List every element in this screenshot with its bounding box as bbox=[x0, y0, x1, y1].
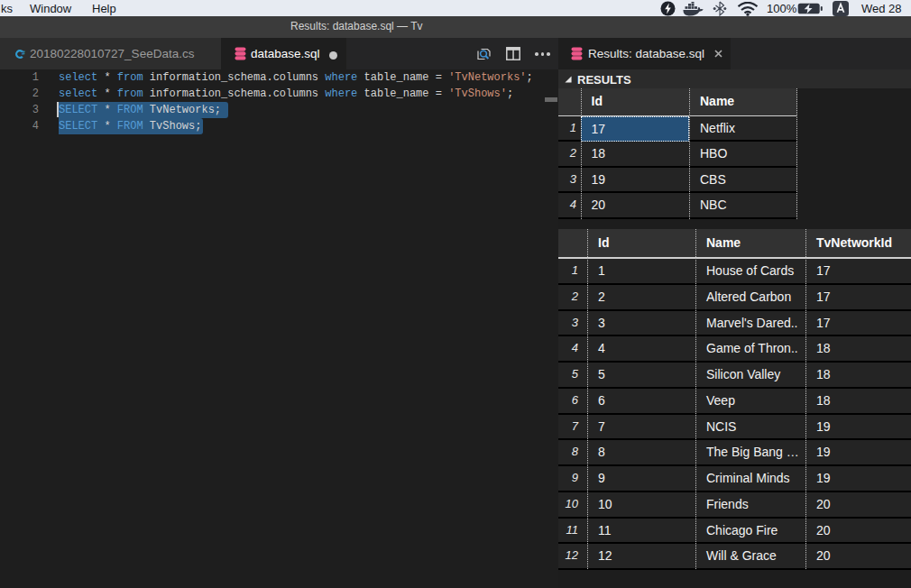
svg-text:#: # bbox=[22, 50, 25, 56]
